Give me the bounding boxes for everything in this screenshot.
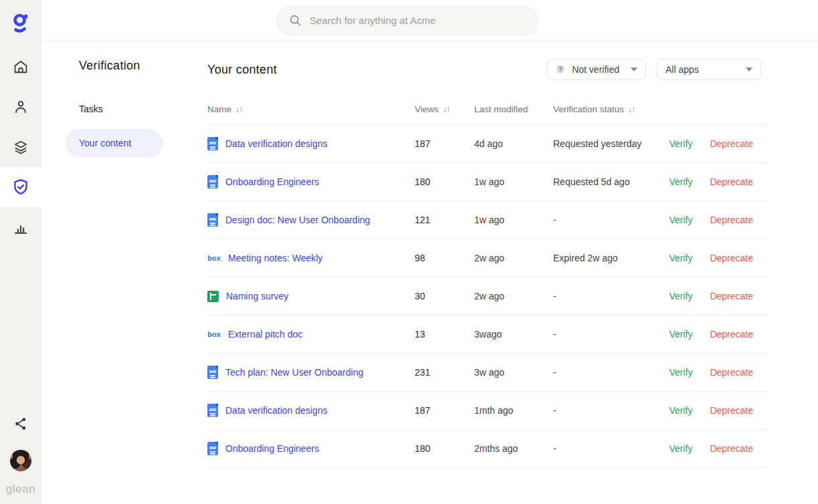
- views-value: 180: [415, 443, 474, 454]
- filter-bar: ? Not verified All apps: [546, 59, 761, 80]
- document-link[interactable]: Onboarding Engineers: [225, 176, 319, 187]
- column-header-last-modified: Last modified: [474, 104, 553, 114]
- table-row: Data verification designs 187 4d ago Req…: [207, 125, 768, 163]
- document-link[interactable]: Naming survey: [226, 291, 288, 301]
- shield-question-icon: ?: [555, 64, 566, 75]
- search-placeholder: Search for anything at Acme: [310, 15, 435, 26]
- rail-nav: [0, 47, 41, 247]
- name-cell: box External pitch doc: [207, 329, 415, 340]
- deprecate-button[interactable]: Deprecate: [710, 176, 753, 187]
- table-row: Tech plan: New User Onboarding 231 3w ag…: [207, 354, 768, 392]
- filter-label: All apps: [666, 64, 699, 75]
- subnav-title: Verification: [79, 59, 207, 73]
- search-input[interactable]: Search for anything at Acme: [276, 6, 538, 35]
- verification-status-value: Requested 5d ago: [553, 176, 660, 187]
- verify-button[interactable]: Verify: [669, 215, 692, 225]
- main-column: Search for anything at Acme Verification…: [41, 0, 818, 504]
- views-value: 121: [415, 215, 474, 225]
- icon-sidebar: glean: [0, 0, 41, 504]
- column-label: Views: [415, 104, 439, 114]
- document-link[interactable]: Data verification designs: [225, 405, 328, 416]
- verification-status-value: -: [553, 329, 660, 340]
- table-row: Design doc: New User Onboarding 121 1w a…: [207, 201, 768, 239]
- glean-logo[interactable]: [11, 8, 30, 37]
- table-row: box Meeting notes: Weekly 98 2w ago Expi…: [207, 239, 768, 277]
- verify-button[interactable]: Verify: [669, 253, 692, 263]
- column-header-name: Name ↓↑: [207, 104, 415, 114]
- row-actions: Verify Deprecate: [660, 215, 768, 225]
- sort-icon[interactable]: ↓↑: [443, 105, 450, 114]
- deprecate-button[interactable]: Deprecate: [710, 367, 753, 378]
- name-cell: Onboarding Engineers: [207, 442, 415, 455]
- views-value: 98: [415, 253, 474, 263]
- table-row: Naming survey 30 2w ago - Verify Depreca…: [207, 277, 768, 316]
- sort-icon[interactable]: ↓↑: [235, 105, 243, 114]
- sidebar-item-home[interactable]: [0, 47, 41, 87]
- verify-button[interactable]: Verify: [669, 367, 692, 378]
- sidebar-item-people[interactable]: [0, 87, 41, 127]
- avatar[interactable]: [9, 449, 32, 472]
- verify-button[interactable]: Verify: [669, 329, 692, 340]
- verification-shield-icon: [11, 178, 30, 197]
- page-title: Your content: [207, 63, 277, 77]
- verification-status-value: Requested yesterday: [553, 138, 660, 149]
- verify-button[interactable]: Verify: [669, 138, 692, 149]
- subnav-item-tasks[interactable]: Tasks: [79, 104, 207, 114]
- sort-icon[interactable]: ↓↑: [628, 105, 635, 114]
- document-link[interactable]: Tech plan: New User Onboarding: [225, 367, 363, 378]
- deprecate-button[interactable]: Deprecate: [710, 405, 753, 416]
- deprecate-button[interactable]: Deprecate: [710, 291, 753, 301]
- deprecate-button[interactable]: Deprecate: [710, 215, 753, 225]
- verify-button[interactable]: Verify: [669, 405, 692, 416]
- table-header: Name ↓↑ Views ↓↑ Last modified Verificat…: [207, 104, 768, 125]
- filter-label: Not verified: [572, 64, 619, 75]
- deprecate-button[interactable]: Deprecate: [710, 253, 753, 263]
- table-body: Data verification designs 187 4d ago Req…: [207, 125, 768, 468]
- name-cell: Onboarding Engineers: [207, 175, 415, 188]
- sidebar-item-collections[interactable]: [0, 127, 41, 167]
- glean-logo-icon: [11, 12, 30, 33]
- verification-status-filter-dropdown[interactable]: ? Not verified: [546, 59, 646, 80]
- row-actions: Verify Deprecate: [660, 443, 768, 454]
- last-modified-value: 1w ago: [474, 215, 553, 225]
- content-area: Verification Tasks Your content Your con…: [41, 41, 818, 504]
- column-header-views: Views ↓↑: [415, 104, 474, 114]
- document-link[interactable]: External pitch doc: [228, 329, 302, 340]
- people-icon: [12, 98, 29, 116]
- verify-button[interactable]: Verify: [669, 291, 692, 301]
- verify-button[interactable]: Verify: [669, 443, 692, 454]
- last-modified-value: 2w ago: [474, 253, 553, 263]
- app-root: glean Search for anything at Acme Verifi…: [0, 0, 818, 504]
- gsheet-file-icon: [207, 291, 219, 302]
- apps-filter-dropdown[interactable]: All apps: [657, 59, 761, 80]
- document-link[interactable]: Data verification designs: [225, 138, 328, 149]
- subnav-item-your-content[interactable]: Your content: [66, 129, 163, 157]
- table-row: box External pitch doc 13 3wago - Verify…: [207, 316, 768, 354]
- verification-status-value: Expired 2w ago: [553, 253, 660, 263]
- main-header: Your content ? Not verified All apps: [207, 59, 768, 80]
- sidebar-item-analytics[interactable]: [0, 207, 41, 247]
- column-header-verification-status: Verification status ↓↑: [553, 104, 660, 114]
- share-icon[interactable]: [13, 416, 29, 432]
- verification-status-value: -: [553, 215, 660, 225]
- sidebar-item-verification[interactable]: [0, 167, 41, 207]
- gdoc-file-icon: [207, 404, 218, 417]
- share-nodes-icon: [13, 416, 29, 432]
- row-actions: Verify Deprecate: [660, 405, 768, 416]
- document-link[interactable]: Meeting notes: Weekly: [228, 253, 322, 263]
- table-row: Onboarding Engineers 180 1w ago Requeste…: [207, 163, 768, 201]
- verification-status-value: -: [553, 291, 660, 301]
- name-cell: Tech plan: New User Onboarding: [207, 366, 415, 379]
- deprecate-button[interactable]: Deprecate: [710, 443, 753, 454]
- verify-button[interactable]: Verify: [669, 176, 692, 187]
- last-modified-value: 3wago: [474, 329, 553, 340]
- deprecate-button[interactable]: Deprecate: [710, 138, 753, 149]
- document-link[interactable]: Design doc: New User Onboarding: [225, 215, 370, 225]
- glean-wordmark: glean: [6, 483, 36, 496]
- verification-status-value: -: [553, 443, 660, 454]
- deprecate-button[interactable]: Deprecate: [710, 329, 753, 340]
- row-actions: Verify Deprecate: [660, 329, 768, 340]
- row-actions: Verify Deprecate: [660, 253, 768, 263]
- document-link[interactable]: Onboarding Engineers: [225, 443, 319, 454]
- last-modified-value: 1mth ago: [474, 405, 553, 416]
